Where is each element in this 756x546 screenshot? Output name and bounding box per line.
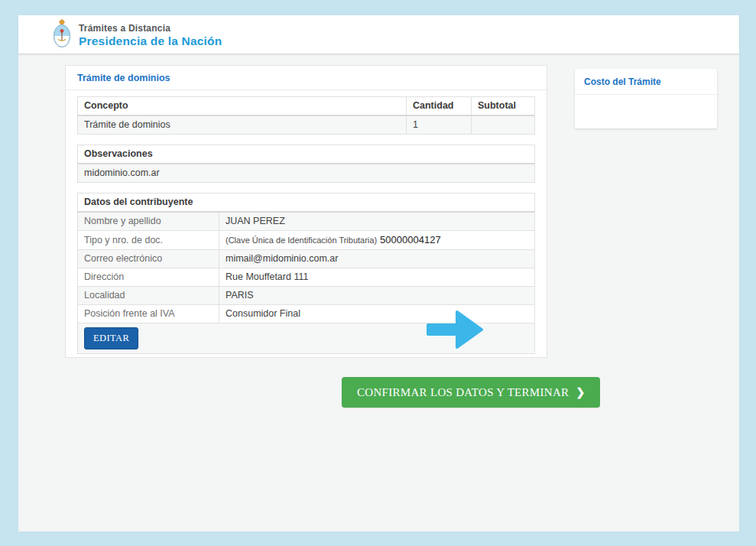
table-row: Posición frente al IVA Consumidor Final [78,305,535,323]
row-label: Nombre y apellido [78,212,219,231]
row-value: JUAN PEREZ [219,212,535,231]
editar-button[interactable]: EDITAR [84,327,138,349]
row-label: Correo electrónico [78,250,219,268]
observaciones-header-cell: Observaciones [78,145,535,164]
doc-type-prefix: (Clave Única de Identificación Tributari… [226,236,377,245]
costo-panel-body [575,95,717,128]
contribuyente-header-row: Datos del contribuyente [78,193,535,213]
confirmar-button[interactable]: CONFIRMAR LOS DATOS Y TERMINAR❯ [342,377,600,408]
page-background: { "header": { "app_title": "Trámites a D… [0,0,756,546]
observaciones-data-row: midominio.com.ar [78,164,535,183]
org-title: Presidencia de la Nación [79,34,222,48]
row-label: Posición frente al IVA [78,305,219,323]
observaciones-table: Observaciones midominio.com.ar [77,145,535,183]
observaciones-value: midominio.com.ar [78,164,535,183]
brand-block: Trámites a Distancia Presidencia de la N… [52,18,222,52]
tramite-panel-body: Concepto Cantidad Subtotal Trámite de do… [66,90,547,358]
row-value: Consumidor Final [219,305,535,323]
contribuyente-header-cell: Datos del contribuyente [78,193,535,213]
table-row: Dirección Rue Mouffetard 111 [78,268,535,287]
concepto-data-row: Trámite de dominios 1 [78,115,535,135]
tramite-panel: Trámite de dominios Concepto Cantidad Su… [65,65,547,358]
page-container: Trámites a Distancia Presidencia de la N… [18,15,739,531]
table-row: Tipo y nro. de doc. (Clave Única de Iden… [78,231,535,250]
concepto-header-cell: Concepto [78,97,407,116]
chevron-right-icon: ❯ [576,387,585,398]
table-row: Correo electrónico mimail@midominio.com.… [78,250,535,268]
observaciones-header-row: Observaciones [78,145,535,164]
tramite-panel-title: Trámite de dominios [66,66,547,90]
subtotal-value [472,115,535,135]
concepto-value: Trámite de dominios [78,115,407,135]
doc-number: 50000004127 [380,234,441,245]
row-value: (Clave Única de Identificación Tributari… [219,231,535,250]
subtotal-header-cell: Subtotal [472,97,535,116]
argentina-coat-of-arms-icon [52,18,72,52]
cantidad-value: 1 [407,115,472,135]
contribuyente-table: Datos del contribuyente Nombre y apellid… [77,193,535,354]
costo-panel: Costo del Trámite [575,69,717,128]
cantidad-header-cell: Cantidad [407,97,472,116]
concepto-header-row: Concepto Cantidad Subtotal [78,97,535,116]
row-value: Rue Mouffetard 111 [219,268,535,287]
site-header: Trámites a Distancia Presidencia de la N… [18,15,739,54]
row-value: mimail@midominio.com.ar [219,250,535,268]
table-row: Nombre y apellido JUAN PEREZ [78,212,535,231]
row-value: PARIS [219,287,535,305]
costo-panel-title: Costo del Trámite [575,69,717,95]
row-label: Tipo y nro. de doc. [78,231,219,250]
app-title: Trámites a Distancia [79,23,222,34]
concepto-table: Concepto Cantidad Subtotal Trámite de do… [77,96,535,135]
table-row: Localidad PARIS [78,287,535,305]
editar-row: EDITAR [78,323,535,354]
brand-titles: Trámites a Distancia Presidencia de la N… [79,23,222,48]
row-label: Localidad [78,287,219,305]
row-label: Dirección [78,268,219,287]
editar-cell: EDITAR [78,323,535,354]
confirmar-button-label: CONFIRMAR LOS DATOS Y TERMINAR [357,386,569,398]
